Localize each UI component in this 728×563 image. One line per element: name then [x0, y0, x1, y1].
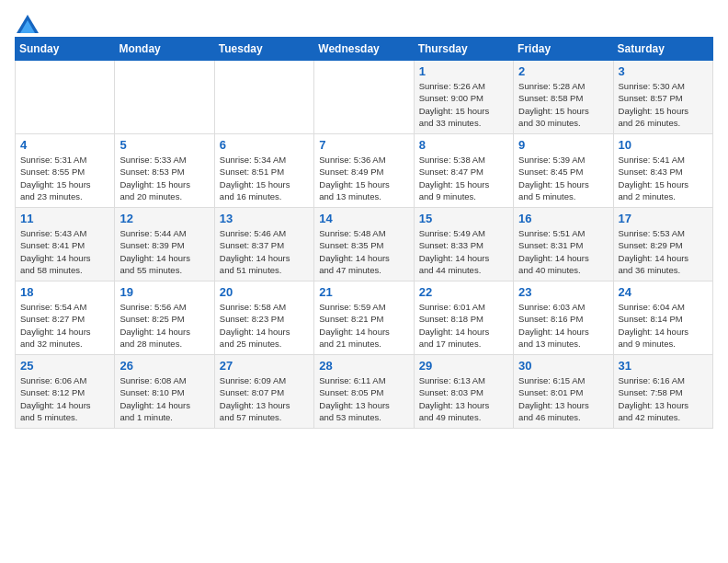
day-number: 17: [619, 212, 708, 225]
day-number: 29: [419, 359, 508, 373]
cell-info: Sunrise: 5:30 AMSunset: 8:57 PMDaylight:…: [619, 80, 708, 129]
day-number: 13: [220, 212, 309, 225]
calendar-cell: 10Sunrise: 5:41 AMSunset: 8:43 PMDayligh…: [613, 134, 712, 208]
cell-info: Sunrise: 5:59 AMSunset: 8:21 PMDaylight:…: [319, 301, 408, 350]
day-number: 21: [319, 285, 408, 299]
calendar-cell: 3Sunrise: 5:30 AMSunset: 8:57 PMDaylight…: [613, 61, 712, 134]
day-number: 18: [20, 285, 109, 299]
calendar-cell: 7Sunrise: 5:36 AMSunset: 8:49 PMDaylight…: [314, 134, 414, 208]
cell-info: Sunrise: 5:49 AMSunset: 8:33 PMDaylight:…: [419, 227, 508, 276]
day-number: 2: [518, 64, 608, 78]
day-number: 12: [119, 212, 209, 225]
calendar-cell: 27Sunrise: 6:09 AMSunset: 8:07 PMDayligh…: [214, 355, 313, 429]
calendar-cell: 25Sunrise: 6:06 AMSunset: 8:12 PMDayligh…: [16, 355, 115, 429]
cell-info: Sunrise: 6:01 AMSunset: 8:18 PMDaylight:…: [419, 301, 508, 350]
day-number: 30: [518, 359, 608, 373]
weekday-header-sunday: Sunday: [16, 38, 115, 61]
calendar-cell: 14Sunrise: 5:48 AMSunset: 8:35 PMDayligh…: [314, 208, 414, 282]
calendar-cell: 4Sunrise: 5:31 AMSunset: 8:55 PMDaylight…: [16, 134, 115, 208]
week-row-1: 1Sunrise: 5:26 AMSunset: 9:00 PMDaylight…: [16, 61, 713, 134]
cell-info: Sunrise: 6:16 AMSunset: 7:58 PMDaylight:…: [619, 374, 708, 423]
calendar-cell: 18Sunrise: 5:54 AMSunset: 8:27 PMDayligh…: [16, 282, 115, 355]
cell-info: Sunrise: 5:58 AMSunset: 8:23 PMDaylight:…: [220, 301, 309, 350]
day-number: 5: [119, 138, 209, 152]
cell-info: Sunrise: 6:03 AMSunset: 8:16 PMDaylight:…: [518, 301, 608, 350]
calendar-header: SundayMondayTuesdayWednesdayThursdayFrid…: [16, 38, 713, 61]
day-number: 31: [619, 359, 708, 373]
week-row-2: 4Sunrise: 5:31 AMSunset: 8:55 PMDaylight…: [16, 134, 713, 208]
calendar-cell: 13Sunrise: 5:46 AMSunset: 8:37 PMDayligh…: [214, 208, 313, 282]
calendar-cell: [314, 61, 414, 134]
page-header: [15, 15, 713, 29]
calendar-cell: 9Sunrise: 5:39 AMSunset: 8:45 PMDaylight…: [514, 134, 613, 208]
day-number: 14: [319, 212, 408, 225]
weekday-header-thursday: Thursday: [414, 38, 513, 61]
day-number: 8: [419, 138, 508, 152]
weekday-header-friday: Friday: [514, 38, 613, 61]
calendar-cell: 22Sunrise: 6:01 AMSunset: 8:18 PMDayligh…: [414, 282, 513, 355]
day-number: 7: [319, 138, 408, 152]
calendar-body: 1Sunrise: 5:26 AMSunset: 9:00 PMDaylight…: [16, 61, 713, 429]
cell-info: Sunrise: 6:13 AMSunset: 8:03 PMDaylight:…: [419, 374, 508, 423]
calendar-cell: 1Sunrise: 5:26 AMSunset: 9:00 PMDaylight…: [414, 61, 513, 134]
cell-info: Sunrise: 5:56 AMSunset: 8:25 PMDaylight:…: [119, 301, 209, 350]
cell-info: Sunrise: 5:43 AMSunset: 8:41 PMDaylight:…: [20, 227, 109, 276]
calendar-cell: 11Sunrise: 5:43 AMSunset: 8:41 PMDayligh…: [16, 208, 115, 282]
calendar-cell: 16Sunrise: 5:51 AMSunset: 8:31 PMDayligh…: [514, 208, 613, 282]
cell-info: Sunrise: 5:41 AMSunset: 8:43 PMDaylight:…: [619, 154, 708, 202]
calendar-cell: [115, 61, 214, 134]
calendar-cell: 24Sunrise: 6:04 AMSunset: 8:14 PMDayligh…: [613, 282, 712, 355]
cell-info: Sunrise: 6:04 AMSunset: 8:14 PMDaylight:…: [619, 301, 708, 350]
calendar-cell: 29Sunrise: 6:13 AMSunset: 8:03 PMDayligh…: [414, 355, 513, 429]
day-number: 9: [518, 138, 608, 152]
calendar-cell: 5Sunrise: 5:33 AMSunset: 8:53 PMDaylight…: [115, 134, 214, 208]
calendar-cell: 28Sunrise: 6:11 AMSunset: 8:05 PMDayligh…: [314, 355, 414, 429]
calendar-cell: 20Sunrise: 5:58 AMSunset: 8:23 PMDayligh…: [214, 282, 313, 355]
calendar-table: SundayMondayTuesdayWednesdayThursdayFrid…: [15, 37, 713, 429]
calendar-cell: 12Sunrise: 5:44 AMSunset: 8:39 PMDayligh…: [115, 208, 214, 282]
weekday-header-saturday: Saturday: [613, 38, 712, 61]
cell-info: Sunrise: 6:15 AMSunset: 8:01 PMDaylight:…: [518, 374, 608, 423]
day-number: 16: [518, 212, 608, 225]
day-number: 26: [119, 359, 209, 373]
logo-icon: [17, 15, 39, 33]
cell-info: Sunrise: 5:33 AMSunset: 8:53 PMDaylight:…: [119, 154, 209, 202]
calendar-cell: 2Sunrise: 5:28 AMSunset: 8:58 PMDaylight…: [514, 61, 613, 134]
day-number: 1: [419, 64, 508, 78]
cell-info: Sunrise: 5:38 AMSunset: 8:47 PMDaylight:…: [419, 154, 508, 202]
calendar-cell: 26Sunrise: 6:08 AMSunset: 8:10 PMDayligh…: [115, 355, 214, 429]
day-number: 25: [20, 359, 109, 373]
calendar-cell: 15Sunrise: 5:49 AMSunset: 8:33 PMDayligh…: [414, 208, 513, 282]
cell-info: Sunrise: 5:51 AMSunset: 8:31 PMDaylight:…: [518, 227, 608, 276]
cell-info: Sunrise: 5:44 AMSunset: 8:39 PMDaylight:…: [119, 227, 209, 276]
calendar-cell: [16, 61, 115, 134]
calendar-cell: [214, 61, 313, 134]
day-number: 24: [619, 285, 708, 299]
day-number: 22: [419, 285, 508, 299]
day-number: 19: [119, 285, 209, 299]
cell-info: Sunrise: 5:31 AMSunset: 8:55 PMDaylight:…: [20, 154, 109, 202]
day-number: 23: [518, 285, 608, 299]
logo: [15, 15, 39, 29]
cell-info: Sunrise: 5:39 AMSunset: 8:45 PMDaylight:…: [518, 154, 608, 202]
calendar-cell: 30Sunrise: 6:15 AMSunset: 8:01 PMDayligh…: [514, 355, 613, 429]
calendar-cell: 23Sunrise: 6:03 AMSunset: 8:16 PMDayligh…: [514, 282, 613, 355]
calendar-cell: 17Sunrise: 5:53 AMSunset: 8:29 PMDayligh…: [613, 208, 712, 282]
weekday-header-tuesday: Tuesday: [214, 38, 313, 61]
calendar-cell: 8Sunrise: 5:38 AMSunset: 8:47 PMDaylight…: [414, 134, 513, 208]
calendar-cell: 31Sunrise: 6:16 AMSunset: 7:58 PMDayligh…: [613, 355, 712, 429]
week-row-4: 18Sunrise: 5:54 AMSunset: 8:27 PMDayligh…: [16, 282, 713, 355]
day-number: 28: [319, 359, 408, 373]
cell-info: Sunrise: 5:46 AMSunset: 8:37 PMDaylight:…: [220, 227, 309, 276]
weekday-header-wednesday: Wednesday: [314, 38, 414, 61]
day-number: 27: [220, 359, 309, 373]
day-number: 11: [20, 212, 109, 225]
day-number: 4: [20, 138, 109, 152]
cell-info: Sunrise: 5:26 AMSunset: 9:00 PMDaylight:…: [419, 80, 508, 129]
cell-info: Sunrise: 6:11 AMSunset: 8:05 PMDaylight:…: [319, 374, 408, 423]
cell-info: Sunrise: 5:48 AMSunset: 8:35 PMDaylight:…: [319, 227, 408, 276]
cell-info: Sunrise: 5:28 AMSunset: 8:58 PMDaylight:…: [518, 80, 608, 129]
day-number: 6: [220, 138, 309, 152]
cell-info: Sunrise: 5:53 AMSunset: 8:29 PMDaylight:…: [619, 227, 708, 276]
day-number: 20: [220, 285, 309, 299]
